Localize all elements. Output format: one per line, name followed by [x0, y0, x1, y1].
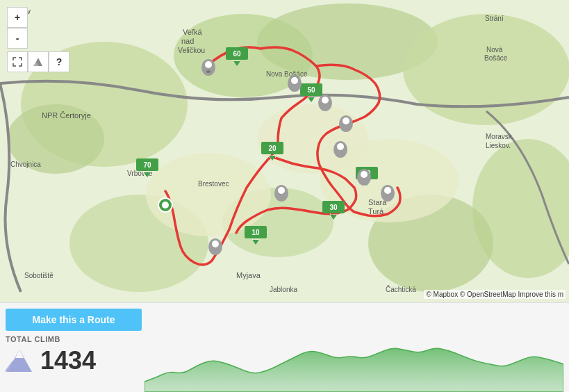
svg-text:Lieskov.: Lieskov.: [486, 142, 511, 149]
svg-text:70: 70: [143, 161, 151, 169]
terrain-button[interactable]: [28, 51, 49, 72]
svg-point-69: [322, 97, 329, 104]
svg-point-65: [206, 70, 211, 73]
svg-text:Čachtická: Čachtická: [386, 285, 416, 293]
climb-value: 1434: [40, 346, 96, 375]
svg-point-71: [343, 117, 349, 124]
svg-point-75: [361, 171, 368, 178]
svg-point-81: [212, 240, 219, 247]
svg-text:nad: nad: [181, 37, 194, 45]
climb-content: 1434: [6, 346, 145, 375]
svg-text:Chvojnica: Chvojnica: [10, 161, 41, 168]
svg-point-10: [146, 153, 271, 236]
svg-text:Veličkou: Veličkou: [178, 46, 205, 54]
svg-point-77: [384, 187, 391, 194]
svg-text:Moravsk.: Moravsk.: [486, 133, 514, 140]
total-climb-section: TOTAL CLIMB 1434: [6, 335, 145, 392]
expand-button[interactable]: [7, 51, 28, 72]
svg-point-64: [205, 61, 212, 68]
elevation-chart: [145, 336, 563, 392]
svg-text:Bošáce: Bošáce: [484, 54, 508, 62]
svg-marker-86: [15, 350, 24, 358]
svg-point-34: [162, 202, 169, 209]
svg-text:NPR Čertoryje: NPR Čertoryje: [42, 111, 91, 120]
map-container: NPR Čertoryje Chvojnica Sobotiště Bresto…: [0, 0, 569, 302]
svg-text:50: 50: [307, 86, 315, 94]
bottom-bar: Make this a Route TOTAL CLIMB 1434: [0, 302, 569, 392]
svg-text:20: 20: [268, 145, 277, 152]
stats-area: TOTAL CLIMB 1434: [0, 331, 569, 392]
map-attribution: © Mapbox © OpenStreetMap Improve this m: [424, 290, 566, 299]
svg-text:Nova Bošáce: Nova Bošáce: [266, 70, 308, 78]
total-climb-label: TOTAL CLIMB: [6, 335, 145, 343]
svg-point-5: [403, 14, 569, 125]
svg-text:60: 60: [233, 50, 241, 58]
svg-point-79: [278, 187, 285, 194]
svg-text:Brestovec: Brestovec: [198, 180, 229, 188]
svg-text:10: 10: [251, 229, 260, 236]
svg-text:Sobotiště: Sobotiště: [24, 272, 53, 279]
zoom-out-button[interactable]: -: [7, 28, 28, 49]
svg-point-67: [291, 77, 298, 84]
svg-text:30: 30: [329, 204, 338, 211]
make-route-button[interactable]: Make this a Route: [6, 309, 142, 331]
zoom-in-button[interactable]: +: [7, 7, 28, 28]
svg-text:Myjava: Myjava: [236, 271, 261, 279]
map-controls: + - ?: [7, 7, 69, 72]
svg-text:Strání: Strání: [485, 15, 504, 22]
help-button[interactable]: ?: [49, 51, 69, 72]
svg-text:Jablonka: Jablonka: [270, 286, 297, 293]
svg-text:Nová: Nová: [486, 46, 503, 54]
svg-point-73: [337, 143, 344, 150]
mountain-icon: [6, 347, 33, 375]
svg-text:Veľká: Veľká: [183, 28, 203, 36]
